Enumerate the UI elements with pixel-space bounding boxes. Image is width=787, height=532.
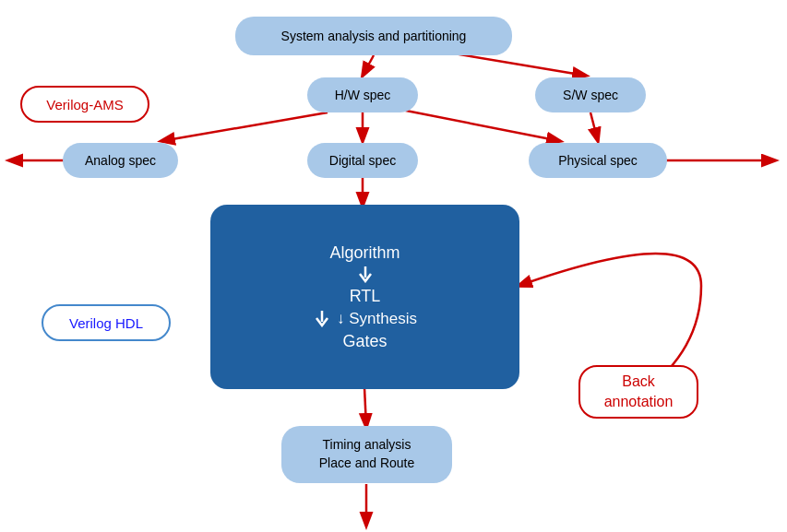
diagram: System analysis and partitioning H/W spe…: [0, 0, 787, 532]
verilog-hdl-node: Verilog HDL: [42, 304, 171, 341]
synthesis-label: ↓ Synthesis: [337, 310, 417, 328]
sw-spec-label: S/W spec: [563, 88, 618, 102]
physical-spec-label: Physical spec: [558, 153, 638, 168]
verilog-ams-label: Verilog-AMS: [46, 97, 123, 112]
verilog-ams-node: Verilog-AMS: [20, 86, 149, 123]
hw-spec-node: H/W spec: [307, 77, 418, 112]
main-flow-box: Algorithm RTL ↓ Synthesis Gates: [210, 205, 519, 389]
hw-spec-label: H/W spec: [335, 88, 391, 102]
system-analysis-node: System analysis and partitioning: [235, 17, 512, 55]
svg-line-6: [590, 112, 598, 141]
sw-spec-node: S/W spec: [535, 77, 646, 112]
digital-spec-node: Digital spec: [307, 143, 418, 178]
analog-spec-node: Analog spec: [63, 143, 178, 178]
digital-spec-label: Digital spec: [329, 153, 396, 168]
system-analysis-label: System analysis and partitioning: [281, 29, 467, 43]
svg-line-5: [397, 109, 560, 141]
svg-line-2: [161, 112, 328, 141]
analog-spec-label: Analog spec: [85, 153, 156, 168]
svg-line-0: [363, 55, 374, 76]
back-annotation-node: Back annotation: [578, 365, 698, 419]
timing-node: Timing analysis Place and Route: [281, 426, 452, 483]
back-annotation-label: Back annotation: [604, 372, 674, 413]
algorithm-label: Algorithm: [329, 243, 399, 263]
physical-spec-node: Physical spec: [529, 143, 667, 178]
gates-label: Gates: [342, 332, 387, 351]
rtl-label: RTL: [350, 287, 381, 306]
svg-line-11: [364, 387, 366, 427]
verilog-hdl-label: Verilog HDL: [69, 315, 143, 331]
timing-label: Timing analysis Place and Route: [319, 436, 415, 472]
